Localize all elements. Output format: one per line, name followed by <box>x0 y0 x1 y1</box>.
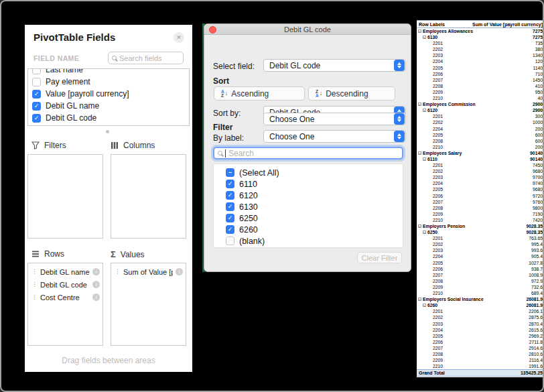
pivot-row[interactable]: 22092116.4 <box>417 357 544 363</box>
pivot-row[interactable]: 22029680 <box>417 168 544 174</box>
field-list-item[interactable]: ✓Debit GL name <box>32 100 189 112</box>
pivot-row[interactable]: 22079760 <box>417 199 544 205</box>
field-checkbox[interactable] <box>32 78 41 86</box>
pivot-row[interactable]: 2209950 <box>417 89 544 95</box>
pivot-row[interactable]: 2203993.6 <box>417 247 544 253</box>
pivot-row[interactable]: 22059680 <box>417 186 544 192</box>
field-list-item[interactable]: ✓Value [payroll currency] <box>32 88 189 100</box>
pivot-row[interactable]: 22107420 <box>417 217 544 223</box>
field-list-item[interactable]: ✓Debit GL code <box>32 112 189 124</box>
pivot-row[interactable]: 2202995.4 <box>417 241 544 247</box>
row-labels-header[interactable]: Row Labels <box>419 22 445 27</box>
pivot-row[interactable]: 22031340 <box>417 52 544 58</box>
pivot-row[interactable]: 2206938.7 <box>417 266 544 272</box>
pivot-row[interactable]: 221040 <box>417 95 544 101</box>
pivot-row[interactable]: 22052969.2 <box>417 333 544 339</box>
filter-value-checkbox[interactable]: ✓ <box>226 180 234 188</box>
pivot-row[interactable]: −626026081.9 <box>417 302 544 308</box>
info-icon[interactable]: i <box>92 268 100 275</box>
pivot-row[interactable]: 2208410 <box>417 83 544 89</box>
pivot-row[interactable]: 2202380 <box>417 46 544 52</box>
pivot-row[interactable]: 22022875.6 <box>417 314 544 320</box>
pivot-row[interactable]: −Employers Pension9028.35 <box>417 223 544 229</box>
pivot-row[interactable]: 2205600 <box>417 132 544 138</box>
pivot-row[interactable]: 22071450 <box>417 77 544 83</box>
values-area-item[interactable]: ⋮Sum of Value [pay...i <box>111 265 186 278</box>
pivot-row[interactable]: 22049740 <box>417 180 544 186</box>
pivot-row[interactable]: 2201735 <box>417 40 544 46</box>
collapse-icon[interactable]: − <box>418 151 421 155</box>
pivot-row[interactable]: 22051140 <box>417 65 544 71</box>
filter-value-item[interactable]: (blank) <box>226 235 403 247</box>
filter-value-item[interactable]: ✓6260 <box>226 224 403 235</box>
columns-drop-area[interactable] <box>111 154 186 239</box>
clear-filter-button[interactable]: Clear Filter <box>357 252 402 263</box>
pivot-row[interactable]: −61202900 <box>417 107 544 113</box>
close-window-button[interactable] <box>209 26 216 34</box>
filters-drop-area[interactable] <box>27 154 103 239</box>
pivot-row[interactable]: 2210689.4 <box>417 290 544 296</box>
collapse-icon[interactable]: − <box>418 298 421 301</box>
pivot-row[interactable]: 22101991.6 <box>417 363 544 369</box>
pivot-row[interactable]: 2201763.65 <box>417 235 544 241</box>
pivot-row[interactable]: 2204120 <box>417 58 544 64</box>
pivot-row[interactable]: −Employees Salary90140 <box>417 150 544 156</box>
filter-value-checkbox[interactable]: ✓ <box>226 225 234 234</box>
field-checkbox[interactable] <box>32 68 41 74</box>
values-drop-area[interactable]: ⋮Sum of Value [pay...i <box>111 263 186 346</box>
collapse-icon[interactable]: − <box>423 109 426 112</box>
by-value-dropdown[interactable]: Choose One <box>263 130 406 143</box>
drag-handle-icon[interactable]: ⋮ <box>31 281 38 287</box>
pivot-row[interactable]: −62509028.35 <box>417 229 544 235</box>
rows-drop-area[interactable]: ⋮Debit GL namei⋮Debit GL codei⋮Cost Cent… <box>27 263 103 346</box>
filter-value-checkbox[interactable]: – <box>226 168 234 177</box>
info-icon[interactable]: i <box>92 293 100 301</box>
pivot-row[interactable]: 22072914.6 <box>417 345 544 351</box>
pivot-row[interactable]: 22062711.8 <box>417 339 544 345</box>
collapse-icon[interactable]: − <box>423 36 426 39</box>
pivot-row[interactable]: 22012206.1 <box>417 308 544 314</box>
filter-value-checkbox[interactable]: ✓ <box>226 214 234 222</box>
pivot-row[interactable]: 2204200 <box>417 126 544 132</box>
pivot-row[interactable]: 22042615.6 <box>417 327 544 333</box>
collapse-icon[interactable]: − <box>423 304 426 307</box>
filter-value-item[interactable]: ✓6130 <box>226 201 403 212</box>
field-list-item[interactable]: Last name <box>32 68 189 76</box>
pivot-row[interactable]: 22097190 <box>417 211 544 217</box>
pivot-row[interactable]: 2206710 <box>417 71 544 77</box>
pivot-row[interactable]: 22017450 <box>417 162 544 168</box>
rows-area-item[interactable]: ⋮Debit GL namei <box>28 265 103 278</box>
collapse-icon[interactable]: − <box>418 103 421 106</box>
filter-value-item[interactable]: –(Select All) <box>226 167 403 178</box>
pivot-row[interactable]: 2208600 <box>417 138 544 144</box>
close-icon[interactable]: ✕ <box>174 32 184 43</box>
pivot-row[interactable]: 2208972.9 <box>417 278 544 284</box>
drag-handle-icon[interactable]: ⋮ <box>31 269 38 275</box>
filter-value-checkbox[interactable]: ✓ <box>226 191 234 200</box>
info-icon[interactable]: i <box>92 281 100 288</box>
pivot-row[interactable]: 22089800 <box>417 205 544 211</box>
rows-area-item[interactable]: ⋮Debit GL codei <box>28 278 103 291</box>
search-fields-input[interactable]: Search fields <box>108 52 184 64</box>
filter-value-item[interactable]: ✓6110 <box>226 178 403 190</box>
pivot-row[interactable]: −61307275 <box>417 34 544 40</box>
pivot-row[interactable]: −Employees Allowances7275 <box>417 28 544 34</box>
pivot-row[interactable]: 22051027.8 <box>417 260 544 266</box>
field-checkbox[interactable]: ✓ <box>32 102 41 111</box>
pivot-row[interactable]: 22071008.9 <box>417 272 544 278</box>
filter-value-item[interactable]: ✓6120 <box>226 190 403 201</box>
collapse-icon[interactable]: − <box>423 157 426 161</box>
pivot-row[interactable]: −Employers Social Insurance26081.9 <box>417 296 544 302</box>
collapse-icon[interactable]: − <box>423 231 426 234</box>
by-label-dropdown[interactable]: Choose One <box>263 113 406 125</box>
drag-handle-icon[interactable]: ⋮ <box>31 294 38 300</box>
pivot-row[interactable]: −611090140 <box>417 156 544 162</box>
sort-descending-button[interactable]: ZA ↓ Descending <box>308 86 395 101</box>
pivot-row[interactable]: 2201300 <box>417 113 544 119</box>
pivot-row[interactable]: 22032870.4 <box>417 321 544 327</box>
values-header[interactable]: Sum of Value [payroll currency] <box>472 22 543 27</box>
pivot-row[interactable]: −Employees Commission2900 <box>417 101 544 107</box>
pivot-row[interactable]: 22039700 <box>417 174 544 180</box>
pivot-row[interactable]: 2204905.4 <box>417 253 544 259</box>
select-field-dropdown[interactable]: Debit GL code <box>263 59 406 72</box>
